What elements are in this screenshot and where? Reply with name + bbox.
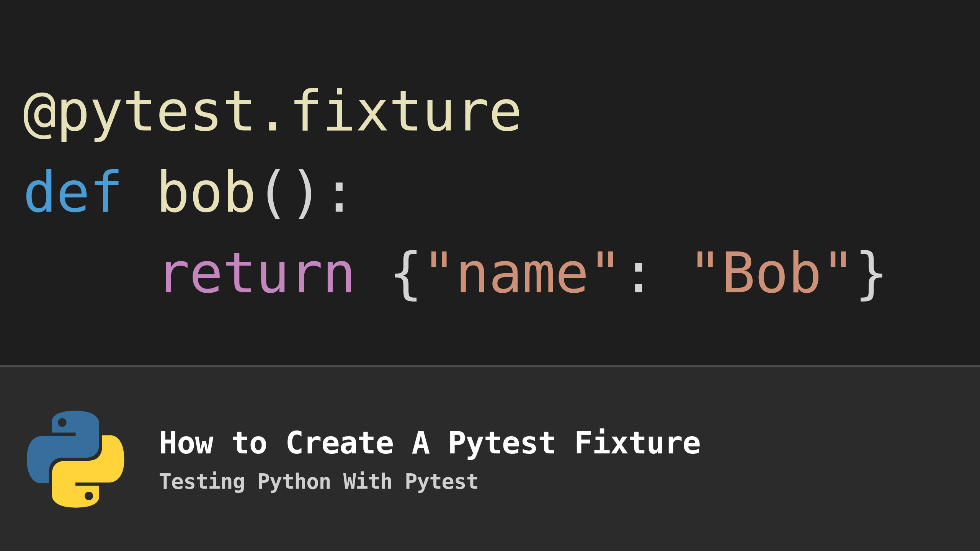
string-value: "Bob": [688, 240, 855, 305]
space: [356, 240, 389, 305]
python-logo-icon: [27, 411, 124, 508]
parens-colon: ():: [256, 160, 356, 225]
footer-text: How to Create A Pytest Fixture Testing P…: [159, 425, 701, 494]
return-keyword: return: [156, 240, 356, 305]
page-title: How to Create A Pytest Fixture: [159, 425, 701, 461]
dict-colon: :: [622, 240, 655, 305]
def-keyword: def: [23, 160, 123, 225]
indent: [23, 240, 156, 305]
brace-open: {: [389, 240, 422, 305]
page-subtitle: Testing Python With Pytest: [159, 469, 701, 494]
code-line-def: def bob():: [23, 152, 957, 233]
brace-close: }: [855, 240, 888, 305]
string-key: "name": [422, 240, 622, 305]
code-line-return: return {"name": "Bob"}: [23, 233, 957, 314]
space: [123, 160, 156, 225]
decorator-token: @pytest.fixture: [23, 78, 522, 143]
space: [655, 240, 688, 305]
footer: How to Create A Pytest Fixture Testing P…: [0, 367, 980, 551]
function-name: bob: [156, 160, 256, 225]
code-area: @pytest.fixture def bob(): return {"name…: [0, 0, 980, 365]
code-line-decorator: @pytest.fixture: [23, 71, 957, 152]
